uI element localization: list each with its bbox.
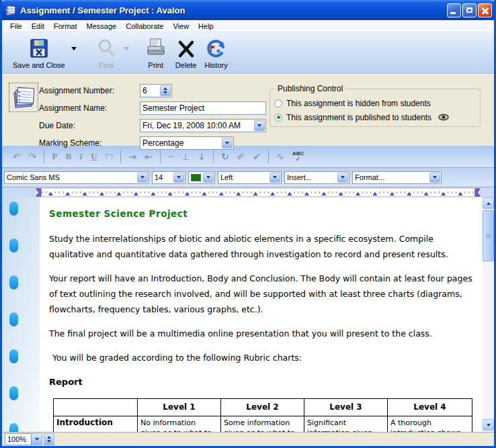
history-button[interactable]: History <box>200 35 231 71</box>
print-button[interactable]: Print <box>140 35 171 71</box>
document-subheading: Report <box>49 374 474 390</box>
font-family-dropdown[interactable]: Comic Sans MS <box>4 171 149 184</box>
outdent-icon[interactable]: ⇤ <box>140 151 157 162</box>
assignment-number-stepper[interactable]: 6 <box>140 84 172 97</box>
main-toolbar: Save and Close Find <box>2 32 494 74</box>
history-label: History <box>204 61 227 69</box>
revert-icon[interactable]: ↻ <box>217 151 233 162</box>
binding-pill <box>9 201 18 216</box>
assignment-name-field[interactable]: Semester Project <box>140 101 266 115</box>
paragraph: Study the interrelationships of biotic a… <box>49 231 474 262</box>
italic-icon[interactable]: I <box>75 151 87 162</box>
combo-arrow[interactable] <box>254 120 265 131</box>
underline-icon[interactable]: U <box>87 151 101 162</box>
marking-scheme-dropdown[interactable]: Percentage <box>140 136 234 150</box>
scrollbar-thumb[interactable] <box>483 210 494 261</box>
scroll-up-button[interactable] <box>483 197 494 209</box>
undo-icon[interactable]: ↶ <box>9 151 25 162</box>
radio-selected-icon[interactable] <box>274 114 282 122</box>
spin-up-icon <box>47 436 51 439</box>
document-content[interactable]: Semester Science Project Study the inter… <box>49 197 474 432</box>
indent-icon[interactable]: ⇥ <box>124 151 140 162</box>
save-and-close-button[interactable]: Save and Close <box>9 35 69 71</box>
binding-pill <box>9 275 18 289</box>
spin-up-icon <box>163 87 167 90</box>
hidden-from-students-option[interactable]: This assignment is hidden from students <box>274 96 476 110</box>
document-editor-area[interactable]: Semester Science Project Study the inter… <box>2 197 494 432</box>
radio-unselected-icon[interactable] <box>274 99 282 107</box>
find-dropdown-arrow <box>122 35 131 62</box>
paragraph: Your report will have an Introduction, B… <box>49 271 474 317</box>
print-label: Print <box>148 61 163 69</box>
minimize-button[interactable] <box>447 3 461 17</box>
save-dropdown-arrow[interactable] <box>69 35 79 62</box>
insert-dropdown[interactable]: Insert... <box>284 171 349 184</box>
chevron-down-icon <box>225 142 229 144</box>
binding-pill <box>9 349 18 363</box>
delete-icon <box>176 36 196 60</box>
zoom-stepper[interactable] <box>44 433 54 445</box>
find-icon <box>95 36 118 60</box>
table-row: Introduction No information given as to … <box>54 416 472 433</box>
find-label: Find <box>99 61 113 69</box>
scroll-down-icon <box>487 424 491 427</box>
vertical-scrollbar[interactable] <box>483 197 494 432</box>
alignment-dropdown[interactable]: Left <box>218 171 282 184</box>
delete-button[interactable]: Delete <box>171 35 201 71</box>
chevron-down-icon <box>140 176 144 179</box>
window-title: Assignment / Semester Project : Avalon <box>20 5 446 15</box>
table-cell: No information given as to what to expec… <box>138 416 221 433</box>
menu-item-collaborate[interactable]: Collaborate <box>121 21 168 32</box>
rubric-table: Level 1 Level 2 Level 3 Level 4 Introduc… <box>53 398 472 432</box>
accept-icon[interactable]: ✔ <box>249 151 265 162</box>
menu-item-edit[interactable]: Edit <box>27 21 49 32</box>
dotted-rule-icon[interactable]: ┄ <box>164 151 177 162</box>
ruler[interactable] <box>36 188 481 197</box>
chevron-down-icon <box>71 47 77 50</box>
menu-bar: File Edit Format Message Collaborate Vie… <box>2 20 494 32</box>
spellcheck-icon[interactable]: ABC ✓ <box>288 151 308 162</box>
binding-pill <box>9 312 18 326</box>
publishing-control-group: Publishing Control This assignment is hi… <box>270 84 481 127</box>
menu-item-help[interactable]: Help <box>194 21 218 32</box>
font-size-dropdown[interactable]: 14 <box>152 171 185 184</box>
header-cell: Level 3 <box>304 399 388 416</box>
zoom-dropdown-button[interactable] <box>32 433 42 445</box>
ruler-row <box>2 187 494 197</box>
zoom-level[interactable]: 100% <box>5 433 32 445</box>
quote-icon[interactable]: (”) <box>101 153 118 160</box>
maximize-button[interactable] <box>462 3 477 17</box>
menu-item-view[interactable]: View <box>168 21 194 32</box>
paragraph-icon[interactable]: P <box>48 151 61 162</box>
published-to-students-option[interactable]: This assignment is published to students <box>274 110 476 124</box>
title-bar[interactable]: Assignment / Semester Project : Avalon <box>0 0 496 20</box>
due-date-label: Due Date: <box>39 121 140 130</box>
scroll-down-button[interactable] <box>483 419 494 431</box>
chevron-down-icon <box>35 438 39 441</box>
combo-arrow[interactable] <box>222 138 233 148</box>
spinner-buttons[interactable] <box>160 85 171 96</box>
spin-down-icon <box>47 440 51 443</box>
menu-item-file[interactable]: File <box>5 21 27 32</box>
down-arrow-icon[interactable]: ↓ <box>194 151 210 162</box>
binding-pill <box>9 386 18 400</box>
squiggle-icon[interactable]: ∿ <box>272 151 288 162</box>
due-date-dropdown[interactable]: Fri, Dec 19, 2008 10:00 AM <box>140 119 266 132</box>
zoom-control[interactable]: 100% <box>5 433 54 445</box>
bold-icon[interactable]: B <box>61 151 75 162</box>
menu-item-message[interactable]: Message <box>82 21 122 32</box>
save-and-close-label: Save and Close <box>13 61 65 69</box>
chevron-down-icon <box>177 176 181 179</box>
eye-icon[interactable] <box>438 114 449 121</box>
scroll-up-icon <box>487 202 491 205</box>
header-cell: Level 1 <box>138 399 221 416</box>
format-dropdown[interactable]: Format... <box>352 171 442 184</box>
menu-item-format[interactable]: Format <box>49 21 82 32</box>
maximize-icon <box>466 7 472 13</box>
font-color-dropdown[interactable] <box>188 171 215 184</box>
redo-icon[interactable]: ↷ <box>25 151 41 162</box>
close-button[interactable] <box>478 3 492 17</box>
baseline-icon[interactable]: ⊥ <box>177 151 194 162</box>
pencil-icon[interactable]: ✐ <box>233 151 249 162</box>
chevron-down-icon <box>273 176 277 179</box>
